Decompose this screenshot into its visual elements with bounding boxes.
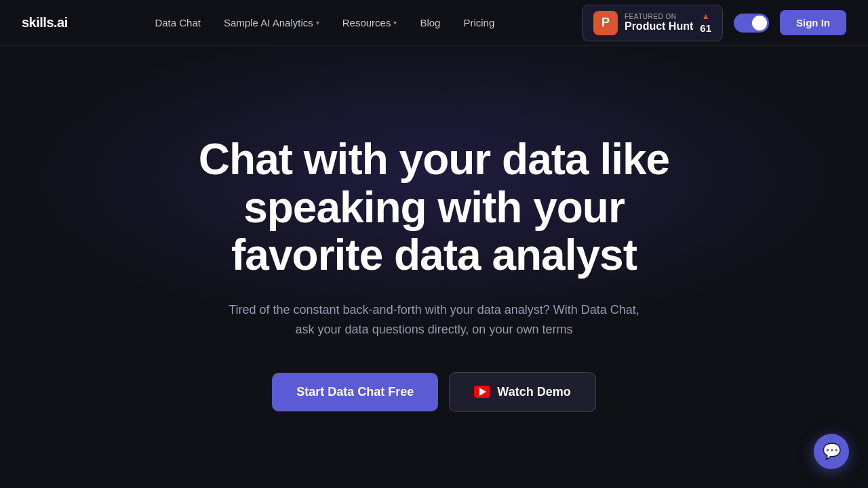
navbar: skills.ai Data Chat Sample AI Analytics … [0, 0, 868, 46]
product-hunt-icon: P [593, 11, 618, 35]
watch-demo-button[interactable]: Watch Demo [449, 372, 595, 412]
nav-sample-ai[interactable]: Sample AI Analytics ▾ [214, 12, 329, 34]
hero-subtitle: Tired of the constant back-and-forth wit… [224, 300, 644, 340]
nav-resources[interactable]: Resources ▾ [333, 12, 407, 34]
chat-icon: 💬 [823, 443, 841, 460]
play-icon [479, 388, 486, 396]
start-data-chat-button[interactable]: Start Data Chat Free [272, 373, 438, 411]
chevron-down-icon: ▾ [316, 19, 319, 26]
theme-toggle[interactable] [734, 14, 769, 33]
nav-data-chat[interactable]: Data Chat [145, 12, 210, 34]
nav-blog[interactable]: Blog [410, 12, 450, 34]
product-hunt-badge[interactable]: P FEATURED ON Product Hunt ▲ 61 [582, 5, 723, 41]
hero-section: Chat with your data like speaking with y… [0, 46, 868, 488]
sign-in-button[interactable]: Sign In [780, 10, 846, 35]
product-hunt-text: FEATURED ON Product Hunt [625, 13, 693, 33]
youtube-icon [474, 386, 490, 398]
nav-pricing[interactable]: Pricing [454, 12, 504, 34]
nav-links: Data Chat Sample AI Analytics ▾ Resource… [145, 12, 504, 34]
hero-buttons: Start Data Chat Free Watch Demo [272, 372, 595, 412]
chevron-down-icon: ▾ [393, 19, 397, 26]
nav-right: P FEATURED ON Product Hunt ▲ 61 Sign In [582, 5, 846, 41]
hero-title: Chat with your data like speaking with y… [163, 136, 705, 279]
chat-bubble-button[interactable]: 💬 [814, 434, 849, 469]
logo[interactable]: skills.ai [22, 15, 68, 30]
toggle-knob [752, 16, 767, 30]
product-hunt-votes: ▲ 61 [700, 12, 711, 34]
upvote-arrow-icon: ▲ [702, 12, 710, 21]
